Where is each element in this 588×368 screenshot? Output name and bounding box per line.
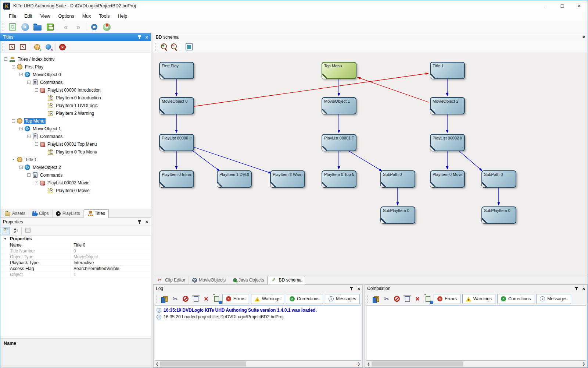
tree-item[interactable]: PlayItem 1 DVDLogic xyxy=(0,102,151,109)
log-horizontal-scrollbar[interactable]: ❮ ❯ xyxy=(154,361,362,367)
tree-item[interactable]: -Title 1 xyxy=(0,156,151,163)
schema-node[interactable]: PlayItem 0 Movie xyxy=(430,170,465,188)
scrollbar-track[interactable] xyxy=(160,361,356,367)
select-lines-icon[interactable] xyxy=(191,294,200,303)
tree-item[interactable]: -Commands xyxy=(0,171,151,179)
tab-titles[interactable]: Titles xyxy=(84,209,109,218)
tab-clip-editor[interactable]: Clip Editor xyxy=(154,276,189,284)
zoom-out-icon[interactable]: − xyxy=(170,43,179,52)
tree-expander-icon[interactable]: - xyxy=(19,127,23,130)
compilation-horizontal-scrollbar[interactable]: ❮ ❯ xyxy=(365,361,587,367)
undo-icon[interactable]: « xyxy=(60,22,72,32)
close-button[interactable]: × xyxy=(571,0,588,11)
menu-options[interactable]: Options xyxy=(54,12,78,20)
cut-icon[interactable] xyxy=(382,294,391,303)
schema-node[interactable]: PlayList 00001 Top Me xyxy=(322,134,356,151)
schema-node[interactable]: SubPath 0 xyxy=(481,170,516,188)
remove-movieobject-icon[interactable]: × xyxy=(43,42,53,52)
pin-icon[interactable] xyxy=(137,220,141,224)
tree-expander-icon[interactable]: - xyxy=(35,181,38,184)
close-panel-icon[interactable]: × xyxy=(145,35,148,40)
tree-expander-icon[interactable]: - xyxy=(12,119,15,123)
tree-expander-icon[interactable]: - xyxy=(12,158,15,161)
save-list-icon[interactable] xyxy=(212,294,221,303)
tree-item[interactable]: -MovieObject 1 xyxy=(0,125,151,132)
add-title-icon[interactable]: + xyxy=(32,42,42,52)
properties-category-row[interactable]: ▼ Properties xyxy=(0,236,151,242)
pin-icon[interactable] xyxy=(137,35,141,39)
tree-item[interactable]: -First Play xyxy=(0,63,151,71)
tree-expander-icon[interactable]: - xyxy=(4,57,7,61)
save-icon[interactable] xyxy=(44,22,56,32)
schema-node[interactable]: PlayItem 2 Warning xyxy=(270,170,305,188)
block-icon[interactable] xyxy=(392,294,401,303)
schema-node[interactable]: Top Menu xyxy=(322,62,356,79)
delete-title-icon[interactable] xyxy=(57,42,68,52)
close-panel-icon[interactable]: × xyxy=(145,219,148,224)
property-row[interactable]: Title Number0 xyxy=(0,248,151,254)
open-folder-icon[interactable] xyxy=(32,22,43,32)
filter-warnings-button[interactable]: Warnings xyxy=(462,294,495,304)
tree-expander-icon[interactable]: - xyxy=(27,81,31,84)
scroll-right-icon[interactable]: ❯ xyxy=(581,361,587,367)
tree-expander-icon[interactable]: - xyxy=(35,142,38,146)
move-in-icon[interactable] xyxy=(7,42,17,52)
tree-item[interactable]: PlayItem 0 Movie xyxy=(0,187,151,194)
tab-movieobjects[interactable]: MovieObjects xyxy=(189,276,229,284)
fit-view-icon[interactable] xyxy=(186,43,193,50)
schema-node[interactable]: PlayList 00000 Introduc xyxy=(159,134,194,151)
tree-item[interactable]: -MovieObject 0 xyxy=(0,71,151,78)
tree-item[interactable]: PlayItem 0 Introduction xyxy=(0,94,151,102)
categorized-view-icon[interactable] xyxy=(2,227,10,234)
filter-messages-button[interactable]: Messages xyxy=(536,294,571,304)
pin-icon[interactable] xyxy=(574,286,578,291)
close-panel-icon[interactable]: × xyxy=(582,286,585,291)
copy-icon[interactable] xyxy=(161,294,169,303)
scroll-right-icon[interactable]: ❯ xyxy=(356,361,362,367)
alphabetical-sort-icon[interactable]: AZ xyxy=(11,227,19,234)
scroll-left-icon[interactable]: ❮ xyxy=(154,361,160,367)
zoom-in-icon[interactable]: + xyxy=(160,43,169,52)
block-icon[interactable] xyxy=(181,294,190,303)
tree-expander-icon[interactable]: - xyxy=(19,73,23,76)
schema-node[interactable]: PlayList 00002 Movie xyxy=(430,134,465,151)
menu-help[interactable]: Help xyxy=(114,12,131,20)
filter-warnings-button[interactable]: Warnings xyxy=(251,294,284,304)
schema-node[interactable]: PlayItem 0 Top Menu xyxy=(322,170,356,188)
tree-item[interactable]: PlayItem 2 Warning xyxy=(0,109,151,117)
tree-expander-icon[interactable]: - xyxy=(19,166,23,169)
schema-node[interactable]: SubPlayItem 0 xyxy=(481,206,516,224)
maximize-button[interactable]: □ xyxy=(554,0,571,11)
property-row[interactable]: Playback TypeInteractive xyxy=(0,260,151,266)
menu-file[interactable]: File xyxy=(5,12,20,20)
tree-item[interactable]: PlayItem 0 Top Menu xyxy=(0,148,151,156)
schema-node[interactable]: MovieObject 0 xyxy=(159,97,194,114)
filter-errors-button[interactable]: Errors xyxy=(222,294,249,304)
property-row[interactable]: NameTitle 0 xyxy=(0,242,151,248)
menu-tools[interactable]: Tools xyxy=(95,12,114,20)
copy-icon[interactable] xyxy=(372,294,381,303)
settings-gears-icon[interactable] xyxy=(88,22,100,32)
tree-item[interactable]: -Top Menu xyxy=(0,117,151,125)
property-row[interactable]: Object1 xyxy=(0,272,151,277)
select-lines-icon[interactable] xyxy=(403,294,412,303)
filter-corrections-button[interactable]: Corrections xyxy=(286,294,323,304)
pin-icon[interactable] xyxy=(349,286,354,291)
cut-icon[interactable] xyxy=(171,294,180,303)
tree-item[interactable]: -MovieObject 2 xyxy=(0,163,151,171)
menu-view[interactable]: View xyxy=(36,12,54,20)
new-project-disc-icon[interactable] xyxy=(7,22,18,32)
schema-node[interactable]: Title 1 xyxy=(430,62,465,79)
schema-node[interactable]: SubPlayItem 0 xyxy=(380,206,415,224)
save-list-icon[interactable] xyxy=(423,294,432,303)
schema-node[interactable]: SubPath 0 xyxy=(380,170,415,188)
tree-item[interactable]: -PlayList 00002 Movie xyxy=(0,179,151,187)
filter-errors-button[interactable]: Errors xyxy=(434,294,460,304)
scrollbar-thumb[interactable] xyxy=(160,361,246,367)
bd-schema-close-icon[interactable]: × xyxy=(582,35,585,39)
tab-clips[interactable]: Clips xyxy=(29,210,53,217)
tab-bd-schema[interactable]: BD schema xyxy=(268,276,305,284)
tree-expander-icon[interactable]: - xyxy=(35,88,38,92)
schema-node[interactable]: MovieObject 2 xyxy=(430,97,465,114)
tree-expander-icon[interactable]: - xyxy=(12,65,15,68)
